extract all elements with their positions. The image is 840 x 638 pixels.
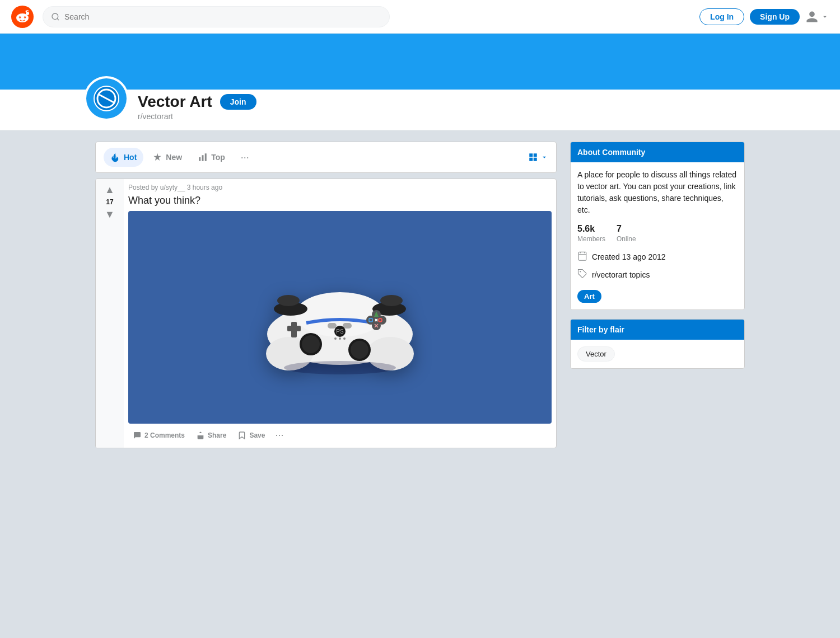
post-title: What you think? [128,195,552,207]
about-community-body: A place for people to discuss all things… [571,162,744,309]
svg-point-49 [580,271,581,272]
post-card: ▲ 17 ▼ Posted by u/syty__ 3 hours ago Wh… [95,179,557,448]
svg-text:PS: PS [336,329,344,335]
comment-icon [133,431,142,440]
online-label: Online [617,235,636,243]
svg-rect-32 [287,326,301,331]
svg-rect-41 [328,323,337,329]
topics-text: r/vectorart topics [592,270,650,279]
sparkle-icon [152,152,162,162]
chevron-down-icon [821,13,829,21]
members-value: 5.6k [577,224,605,234]
bar-chart-icon [198,152,208,162]
svg-point-46 [339,337,341,340]
vote-column: ▲ 17 ▼ [96,179,124,448]
svg-rect-17 [529,158,533,161]
subreddit-icon [86,78,127,119]
svg-point-4 [26,12,29,15]
bookmark-icon [237,431,246,440]
post-actions: 2 Comments Share Save ··· [128,424,552,448]
fire-icon [110,152,120,162]
vote-count: 17 [106,198,113,206]
search-input[interactable] [64,12,381,21]
user-menu[interactable] [805,10,829,24]
post-meta: Posted by u/syty__ 3 hours ago [128,184,552,191]
svg-rect-14 [205,153,207,161]
sort-new-button[interactable]: New [146,148,189,167]
subreddit-header: Vector Art Join r/vectorart [0,90,840,130]
created-text: Created 13 ago 2012 [592,252,666,261]
subreddit-info: Vector Art Join r/vectorart [138,93,256,121]
user-icon [805,10,819,24]
share-button[interactable]: Share [192,428,231,443]
filter-flair-body: Vector [571,340,744,368]
chevron-down-view-icon [540,153,548,161]
created-row: Created 13 ago 2012 [577,251,738,263]
svg-point-8 [52,13,58,20]
vector-flair-badge[interactable]: Vector [577,346,615,362]
subreddit-title: Vector Art [138,93,212,111]
downvote-button[interactable]: ▼ [104,208,116,221]
svg-point-47 [343,337,346,340]
svg-rect-18 [534,158,537,161]
post-image[interactable]: PS [128,211,552,424]
post-body: Posted by u/syty__ 3 hours ago What you … [124,179,556,448]
svg-point-48 [284,361,396,374]
about-community-card: About Community A place for people to di… [570,142,745,310]
svg-point-6 [20,17,21,18]
svg-point-7 [25,17,26,18]
post-more-button[interactable]: ··· [272,427,287,443]
upvote-button[interactable]: ▲ [104,184,116,196]
subreddit-banner [0,34,840,90]
signup-button[interactable]: Sign Up [750,9,800,25]
join-button[interactable]: Join [220,94,256,110]
stats-row: 5.6k Members 7 Online [577,224,738,243]
sort-hot-button[interactable]: Hot [104,148,143,167]
card-view-icon [528,152,538,162]
online-stat: 7 Online [617,224,636,243]
calendar-icon [577,251,587,263]
svg-rect-15 [529,153,533,157]
share-icon [196,431,205,440]
svg-rect-12 [199,157,200,161]
sidebar: About Community A place for people to di… [570,142,745,378]
tag-icon [577,269,587,281]
online-value: 7 [617,224,636,234]
search-bar[interactable] [43,6,390,27]
comments-button[interactable]: 2 Comments [128,428,189,443]
feed-column: Hot New Top ··· [95,142,557,448]
members-stat: 5.6k Members [577,224,605,243]
header-right: Log In Sign Up [699,8,829,25]
members-label: Members [577,235,605,243]
about-community-header: About Community [571,142,744,162]
svg-point-26 [380,295,403,306]
main-content: Hot New Top ··· [84,142,756,448]
svg-rect-16 [534,153,537,157]
subreddit-slug: r/vectorart [138,112,256,121]
filter-flair-card: Filter by flair Vector [570,319,745,369]
save-button[interactable]: Save [233,428,269,443]
controller-image: PS [250,256,430,379]
login-button[interactable]: Log In [699,8,744,25]
svg-point-25 [277,295,300,306]
svg-point-28 [302,335,320,353]
sort-more-button[interactable]: ··· [236,148,254,167]
svg-point-30 [351,341,368,359]
search-icon [51,12,60,21]
topics-row: r/vectorart topics [577,269,738,281]
sort-view-toggle[interactable] [528,152,548,162]
svg-rect-13 [202,155,204,161]
community-description: A place for people to discuss all things… [577,169,738,216]
art-badge[interactable]: Art [577,290,601,303]
svg-point-45 [334,337,337,340]
sort-top-button[interactable]: Top [191,148,232,167]
subreddit-icon-wrap [84,76,129,121]
header: Log In Sign Up [0,0,840,34]
sort-bar: Hot New Top ··· [95,142,557,173]
reddit-logo[interactable] [11,6,34,28]
art-tag[interactable]: Art [577,287,738,303]
filter-flair-header: Filter by flair [571,320,744,340]
